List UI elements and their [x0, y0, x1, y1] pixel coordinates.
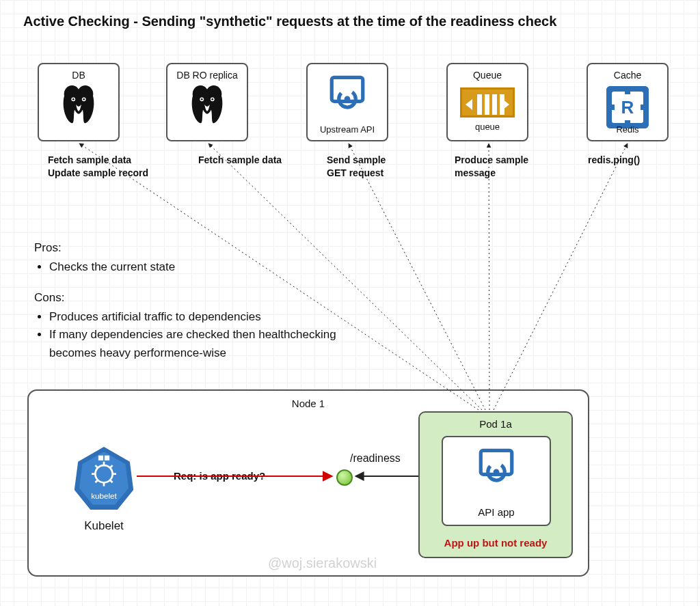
- svg-point-14: [345, 96, 351, 102]
- dep-card-db: DB: [38, 63, 120, 141]
- dep-card-cache: Cache R Redis: [587, 63, 669, 141]
- dep-sublabel: Redis: [588, 124, 667, 135]
- pros-heading: Pros:: [34, 239, 376, 257]
- readiness-endpoint-dot: [336, 469, 353, 486]
- svg-point-31: [494, 469, 500, 475]
- pod-box: Pod 1a API app App up but not ready: [418, 411, 573, 558]
- pros-cons-panel: Pros: Checks the current state Cons: Pro…: [34, 239, 376, 374]
- diagram-title: Active Checking - Sending "synthetic" re…: [23, 14, 556, 29]
- dep-sublabel: Upstream API: [308, 124, 387, 135]
- dep-card-upstream-api: Upstream API: [306, 63, 388, 141]
- dep-label: DB RO replica: [167, 70, 247, 81]
- app-status: App up but not ready: [420, 537, 571, 549]
- pros-list: Checks the current state: [34, 258, 376, 276]
- api-service-icon: [328, 74, 366, 114]
- dep-label: DB: [39, 70, 118, 81]
- conn-label-db: Fetch sample dataUpdate sample record: [48, 154, 171, 180]
- cons-item: If many dependencies are checked then he…: [49, 326, 376, 362]
- app-box: API app: [442, 436, 551, 526]
- conn-label-db-ro: Fetch sample data: [198, 154, 321, 167]
- dep-card-queue: Queue queue: [446, 63, 528, 141]
- svg-point-10: [201, 98, 203, 100]
- readiness-path-label: /readiness: [350, 452, 401, 465]
- conn-label-cache: redis.ping(): [588, 154, 700, 167]
- dep-card-db-ro: DB RO replica: [166, 63, 248, 141]
- svg-rect-26: [98, 456, 103, 460]
- dep-label: Cache: [588, 70, 667, 81]
- cons-item: Produces artificial traffic to dependenc…: [49, 308, 376, 326]
- kubelet-label: Kubelet: [73, 519, 135, 533]
- redis-icon: R: [606, 86, 649, 128]
- dep-sublabel: queue: [448, 122, 527, 132]
- svg-point-11: [211, 98, 213, 100]
- svg-point-4: [72, 98, 75, 100]
- pod-title: Pod 1a: [420, 418, 571, 430]
- postgresql-icon: [57, 85, 100, 129]
- cons-list: Produces artificial traffic to dependenc…: [34, 308, 376, 362]
- kubelet-block: kubelet Kubelet: [73, 444, 135, 533]
- dep-label: Queue: [448, 70, 527, 81]
- queue-icon: [460, 87, 515, 118]
- watermark: @woj.sierakowski: [268, 555, 377, 571]
- node-title: Node 1: [29, 398, 588, 409]
- conn-label-upstream: Send sampleGET request: [327, 154, 450, 180]
- conn-label-queue: Produce samplemessage: [455, 154, 578, 180]
- svg-rect-27: [105, 456, 109, 460]
- postgresql-icon: [186, 85, 228, 129]
- pros-item: Checks the current state: [49, 258, 376, 276]
- kubelet-icon: kubelet: [73, 503, 135, 514]
- api-service-icon: [477, 447, 515, 488]
- app-label: API app: [443, 506, 550, 518]
- svg-point-5: [83, 98, 85, 100]
- cons-heading: Cons:: [34, 289, 376, 307]
- node-box: Node 1 kubelet Ku: [27, 389, 589, 577]
- svg-text:kubelet: kubelet: [91, 491, 117, 500]
- request-label: Req: is app ready?: [174, 470, 265, 482]
